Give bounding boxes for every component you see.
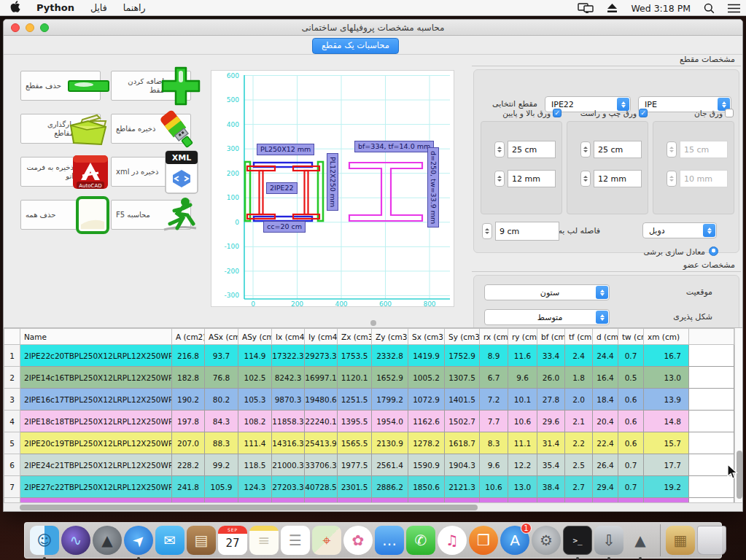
eject-icon[interactable] bbox=[607, 4, 618, 13]
plate-thickness-input[interactable]: 12 mm bbox=[594, 170, 642, 187]
dock-item-finder[interactable]: ☺ bbox=[30, 526, 59, 555]
close-button[interactable] bbox=[11, 23, 20, 32]
table-row[interactable]: 22IPE14c16TBPL250X12LRPL12X250WPL10X150C… bbox=[4, 367, 734, 389]
dock-item-facetime[interactable]: ✆ bbox=[406, 526, 435, 555]
table-row[interactable]: 12IPE22c20TBPL250X12LRPL12X250WPL10X150C… bbox=[4, 345, 734, 367]
spacing-stepper[interactable] bbox=[482, 223, 492, 239]
toolbar-button-5[interactable]: ذخیره در xmlXML bbox=[111, 157, 191, 187]
dock-item-reminders[interactable]: ☰ bbox=[281, 526, 310, 555]
table-column-header[interactable]: ry (cm) bbox=[508, 329, 537, 345]
spacing-input[interactable]: 9 cm bbox=[495, 222, 559, 241]
table-column-header[interactable]: ASx (cm2) bbox=[205, 329, 238, 345]
dock-item-notes[interactable]: ≡ bbox=[249, 526, 279, 555]
section-name-cell[interactable]: 2IPE22c20TBPL250X12LRPL12X250WPL10X150CM bbox=[20, 345, 172, 367]
plate-width-stepper[interactable] bbox=[494, 141, 505, 158]
plate-width-input[interactable]: 25 cm bbox=[508, 141, 556, 158]
table-row[interactable]: 32IPE16c17TBPL250X12LRPL12X250WPL10X150C… bbox=[4, 389, 734, 411]
dock-item-messages[interactable]: … bbox=[375, 526, 404, 555]
checkbox-checked-icon[interactable]: ✓ bbox=[639, 109, 648, 117]
plate-thickness-input[interactable]: 10 mm bbox=[680, 170, 728, 187]
dock-item-package[interactable]: ▦ bbox=[666, 526, 695, 555]
plate-thickness-stepper[interactable] bbox=[580, 171, 591, 187]
dock-item-ibooks[interactable]: ❒ bbox=[469, 526, 498, 555]
dock-item-mail[interactable]: ✉ bbox=[155, 526, 184, 555]
vertical-scrollbar[interactable] bbox=[734, 328, 743, 503]
dock-item-maps[interactable]: ⌖ bbox=[312, 526, 341, 555]
section-name-cell[interactable]: 2IPE14c16TBPL250X12LRPL12X250WPL10X150CM bbox=[20, 367, 172, 389]
table-column-header[interactable]: Sy (cm3) bbox=[445, 329, 480, 345]
table-row[interactable]: 52IPE20c19TBPL250X12LRPL12X250WPL10X150C… bbox=[4, 432, 734, 454]
menu-help[interactable]: راهنما bbox=[123, 2, 146, 13]
plate-thickness-input[interactable]: 12 mm bbox=[508, 170, 556, 187]
table-column-header[interactable]: ASy (cm2) bbox=[238, 329, 272, 345]
table-column-header[interactable]: d (cm) bbox=[593, 329, 618, 345]
horizontal-scrollbar[interactable] bbox=[4, 502, 743, 512]
table-column-header[interactable]: Name bbox=[20, 329, 172, 345]
section-name-cell[interactable]: 2IPE16c17TBPL250X12LRPL12X250WPL10X150CM bbox=[20, 389, 172, 411]
section-name-cell[interactable]: 2IPE20c19TBPL250X12LRPL12X250WPL10X150CM bbox=[20, 432, 172, 454]
dock-item-siri[interactable]: ∿ bbox=[61, 526, 90, 555]
arrangement-select[interactable]: دوبل bbox=[642, 222, 717, 238]
plate-width-input[interactable]: 15 cm bbox=[680, 141, 728, 158]
toolbar-button-2[interactable]: بارگذاری مقاطع bbox=[20, 114, 101, 144]
dock-item-safari[interactable]: ➤ bbox=[124, 526, 153, 555]
spotlight-icon[interactable] bbox=[704, 3, 715, 14]
notification-center-icon[interactable] bbox=[728, 4, 740, 13]
plate-width-input[interactable]: 25 cm bbox=[594, 141, 642, 158]
table-column-header[interactable]: Ix (cm4) bbox=[272, 329, 305, 345]
dock-item-contacts[interactable]: ▤ bbox=[187, 526, 216, 555]
tab-single-section[interactable]: محاسبات یک مقطع bbox=[312, 38, 399, 54]
toolbar-button-6[interactable]: حذف همه bbox=[20, 200, 101, 230]
section-name-cell[interactable]: 2IPE24c21TBPL250X12LRPL12X250WPL10X150CM bbox=[20, 454, 172, 476]
apple-menu-icon[interactable] bbox=[10, 1, 20, 15]
toolbar-button-1[interactable]: اضافه کردن مقط bbox=[111, 71, 191, 101]
table-row[interactable]: 72IPE27c22TBPL250X12LRPL12X250WPL10X150C… bbox=[4, 476, 734, 498]
dock-item-photos[interactable]: ✿ bbox=[343, 526, 373, 555]
dock-item-system-preferences[interactable]: ⚙ bbox=[532, 526, 561, 555]
dock-item-calendar[interactable]: SEP27 bbox=[218, 526, 247, 555]
plate-width-stepper[interactable] bbox=[580, 141, 591, 158]
table-column-header[interactable]: rx (cm) bbox=[480, 329, 508, 345]
table-column-header[interactable]: Zy (cm3) bbox=[372, 329, 408, 345]
table-column-header[interactable]: Zx (cm3) bbox=[338, 329, 372, 345]
dock-item-terminal[interactable]: >_ bbox=[563, 526, 592, 555]
table-column-header[interactable]: bf (cm) bbox=[537, 329, 565, 345]
menubar-app-name[interactable]: Python bbox=[36, 2, 74, 13]
results-table[interactable]: NameA (cm2)ASx (cm2)ASy (cm2)Ix (cm4)Iy … bbox=[4, 328, 734, 503]
section-name-cell[interactable]: 2IPE18c18TBPL250X12LRPL12X250WPL10X150CM bbox=[20, 411, 172, 432]
dock-item-installer[interactable]: ⇩ bbox=[594, 526, 623, 555]
table-column-header[interactable]: tw (cm) bbox=[618, 329, 644, 345]
plate-thickness-stepper[interactable] bbox=[494, 171, 505, 187]
menu-file[interactable]: فایل bbox=[90, 2, 107, 13]
splitter-handle[interactable] bbox=[370, 320, 376, 326]
toolbar-button-7[interactable]: محاسبه F5 bbox=[111, 200, 191, 230]
plate-width-stepper[interactable] bbox=[667, 141, 677, 158]
table-row[interactable]: 62IPE24c21TBPL250X12LRPL12X250WPL10X150C… bbox=[4, 454, 734, 476]
minimize-button[interactable] bbox=[26, 23, 34, 32]
toolbar-button-4[interactable]: ذخیره به فرمت اتوAutoCAD bbox=[20, 157, 101, 187]
toolbar-button-3[interactable]: ذخیره مقاطع bbox=[111, 114, 191, 144]
position-select[interactable]: ستون bbox=[484, 284, 610, 300]
plate-thickness-stepper[interactable] bbox=[667, 171, 677, 187]
dock-item-launchpad[interactable]: ▲ bbox=[93, 526, 122, 555]
dock-item-itunes[interactable]: ♫ bbox=[438, 526, 467, 555]
dock-item-trash[interactable] bbox=[697, 526, 726, 555]
vertical-scrollbar-thumb[interactable] bbox=[737, 451, 742, 499]
title-bar[interactable]: محاسبه مشخصات پروفیلهای ساختمانی bbox=[4, 20, 742, 36]
table-column-header[interactable]: Sx (cm3) bbox=[408, 329, 445, 345]
zoom-button[interactable] bbox=[40, 23, 49, 32]
ductility-select[interactable]: متوسط bbox=[484, 309, 610, 325]
table-column-header[interactable]: A (cm2) bbox=[172, 329, 205, 345]
dock-item-appstore[interactable]: A1 bbox=[500, 526, 529, 555]
horizontal-scrollbar-thumb[interactable] bbox=[20, 505, 478, 510]
table-column-header[interactable]: xm (cm) bbox=[644, 329, 689, 345]
displays-icon[interactable] bbox=[578, 3, 594, 13]
table-column-header[interactable]: tf (cm) bbox=[565, 329, 593, 345]
dock-item-python-rocket[interactable]: ▲ bbox=[626, 526, 655, 555]
toolbar-button-0[interactable]: حذف مقطع bbox=[20, 71, 101, 101]
shear-equivalence-radio[interactable]: معادل سازی برشی bbox=[644, 246, 718, 256]
checkbox-unchecked-icon[interactable] bbox=[725, 109, 734, 117]
section-name-cell[interactable]: 2IPE27c22TBPL250X12LRPL12X250WPL10X150CM bbox=[20, 476, 172, 498]
menubar-clock[interactable]: Wed 3:18 PM bbox=[631, 3, 691, 14]
table-row[interactable]: 42IPE18c18TBPL250X12LRPL12X250WPL10X150C… bbox=[4, 411, 734, 432]
